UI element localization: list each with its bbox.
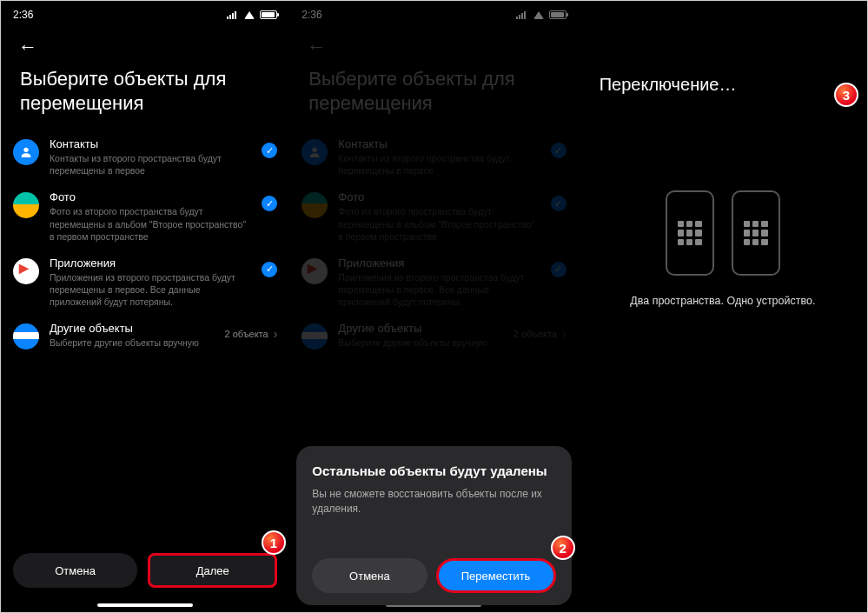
item-other[interactable]: Другие объекты Выберите другие объекты в… — [1, 315, 289, 356]
svg-point-0 — [23, 148, 28, 152]
dialog-confirm-button[interactable]: Переместить — [436, 558, 556, 593]
chevron-right-icon: › — [274, 327, 278, 341]
spaces-caption: Два пространства. Одно устройство. — [579, 295, 867, 307]
space-icon — [666, 190, 714, 276]
dialog-cancel-button[interactable]: Отмена — [312, 558, 427, 593]
item-title: Контакты — [50, 137, 251, 150]
battery-icon — [260, 10, 277, 19]
item-contacts[interactable]: Контакты Контакты из второго пространств… — [1, 130, 289, 183]
checkbox-checked-icon[interactable]: ✓ — [262, 143, 277, 158]
item-desc: Контакты из второго пространства будут п… — [50, 152, 251, 177]
bottom-buttons: Отмена Далее — [1, 553, 289, 588]
photo-icon — [13, 192, 39, 218]
item-count: 2 объекта — [224, 329, 268, 339]
item-apps[interactable]: Приложения Приложения из второго простра… — [1, 250, 289, 316]
signal-icon — [227, 10, 239, 19]
item-title: Другие объекты — [50, 322, 214, 335]
clock: 2:36 — [13, 9, 33, 21]
checkbox-checked-icon[interactable]: ✓ — [262, 262, 277, 277]
folder-icon — [13, 323, 39, 350]
spaces-illustration — [579, 190, 867, 276]
back-row: ← — [1, 25, 289, 63]
status-icons — [227, 10, 277, 19]
statusbar: 2:36 — [1, 1, 289, 25]
item-desc: Фото из второго пространства будут перем… — [50, 205, 251, 243]
annotation-badge-1: 1 — [262, 530, 286, 555]
phone-screen-3: Переключение… 3 Два пространства. Одно у… — [579, 1, 867, 612]
annotation-badge-3: 3 — [834, 83, 858, 107]
phone-screen-2: 2:36 ← Выберите объекты для перемещения … — [289, 1, 578, 612]
next-button[interactable]: Далее — [148, 553, 277, 588]
confirm-dialog: Остальные объекты будут удалены Вы не см… — [296, 446, 571, 605]
dialog-confirm-label: Переместить — [461, 570, 531, 583]
cancel-button[interactable]: Отмена — [13, 553, 137, 588]
phone-screen-1: 2:36 ← Выберите объекты для перемещения … — [1, 1, 289, 612]
page-title: Выберите объекты для перемещения — [1, 63, 289, 130]
annotation-badge-2: 2 — [551, 536, 575, 560]
item-desc: Приложения из второго пространства будут… — [50, 271, 251, 309]
playstore-icon — [13, 258, 39, 284]
nav-indicator[interactable] — [97, 603, 193, 607]
wifi-icon — [244, 11, 255, 19]
dialog-title: Остальные объекты будут удалены — [312, 463, 555, 478]
switching-title: Переключение… — [579, 1, 867, 95]
contacts-icon — [13, 139, 39, 165]
dialog-desc: Вы не сможете восстановить объекты после… — [312, 487, 555, 516]
item-desc: Выберите другие объекты вручную — [50, 336, 214, 349]
checkbox-checked-icon[interactable]: ✓ — [262, 196, 277, 211]
item-title: Фото — [50, 190, 251, 203]
item-title: Приложения — [50, 257, 251, 270]
next-button-label: Далее — [196, 564, 229, 577]
back-icon[interactable]: ← — [18, 36, 37, 57]
item-photo[interactable]: Фото Фото из второго пространства будут … — [1, 183, 289, 250]
space-icon — [732, 190, 780, 276]
